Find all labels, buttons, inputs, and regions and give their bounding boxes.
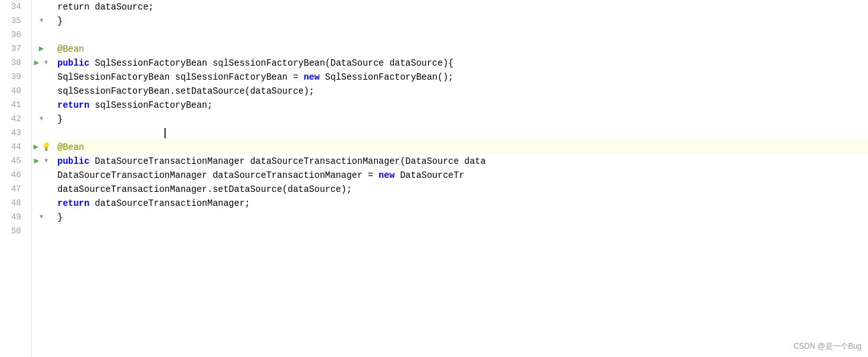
code-line: @Bean [57, 140, 868, 154]
plain-token: SqlSessionFactoryBean(); [320, 72, 454, 82]
plain-token: DataSourceTransactionManager dataSourceT… [89, 156, 486, 166]
gutter-row [32, 0, 51, 14]
debug-green-icon: ▶ [32, 156, 41, 166]
plain-token: dataSourceTransactionManager; [89, 198, 250, 208]
gutter-row [32, 70, 51, 84]
code-line: } [57, 210, 868, 224]
code-line: DataSourceTransactionManager dataSourceT… [57, 168, 868, 182]
keyword-token: return [57, 198, 89, 208]
line-number: 40 [0, 84, 26, 98]
plain-token: } [57, 16, 62, 26]
gutter-row [32, 224, 51, 238]
code-line: SqlSessionFactoryBean sqlSessionFactoryB… [57, 70, 868, 84]
gutter-row: ▶💡 [32, 140, 51, 154]
code-line: return dataSource; [57, 0, 868, 14]
line-number: 35 [0, 14, 26, 28]
code-line: } [57, 112, 868, 126]
annotation-token: @Bean [57, 142, 84, 152]
gutter-row: ▼ [32, 14, 51, 28]
gutter-row: ▶▼ [32, 56, 51, 70]
code-line [57, 126, 868, 140]
warning-bulb-icon[interactable]: 💡 [41, 142, 51, 152]
plain-token: return dataSource; [57, 2, 154, 12]
gutter-row: ▶ [32, 42, 51, 56]
line-number: 41 [0, 98, 26, 112]
code-content[interactable]: return dataSource; }@Beanpublic SqlSessi… [51, 0, 868, 357]
annotation-token: @Bean [57, 44, 84, 54]
code-line: public SqlSessionFactoryBean sqlSessionF… [57, 56, 868, 70]
code-line: return sqlSessionFactoryBean; [57, 98, 868, 112]
keyword-token: public [57, 156, 89, 166]
code-area: 3435363738394041424344454647484950 ▼▶▶▼▼… [0, 0, 868, 357]
keyword-token: new [379, 170, 394, 180]
line-number: 49 [0, 210, 26, 224]
line-number: 50 [0, 224, 26, 238]
code-line: @Bean [57, 42, 868, 56]
gutter-row [32, 196, 51, 210]
plain-token: SqlSessionFactoryBean sqlSessionFactoryB… [57, 72, 303, 82]
gutter-row: ▼ [32, 210, 51, 224]
fold-icon[interactable]: ▼ [41, 58, 51, 68]
gutter-row: ▶▼ [32, 154, 51, 168]
keyword-token: return [57, 100, 89, 110]
fold-icon[interactable]: ▼ [36, 212, 47, 222]
fold-icon[interactable]: ▼ [36, 114, 47, 124]
line-number: 43 [0, 126, 26, 140]
code-line: sqlSessionFactoryBean.setDataSource(data… [57, 84, 868, 98]
plain-token: DataSourceTr [394, 170, 464, 180]
plain-token: } [57, 212, 62, 222]
plain-token: sqlSessionFactoryBean; [89, 100, 212, 110]
debug-green-icon: ▶ [32, 58, 41, 68]
fold-icon[interactable]: ▼ [36, 16, 47, 26]
plain-token: DataSourceTransactionManager dataSourceT… [57, 170, 379, 180]
text-cursor [57, 128, 166, 138]
line-number: 39 [0, 70, 26, 84]
line-number: 42 [0, 112, 26, 126]
gutter-row [32, 84, 51, 98]
line-number: 48 [0, 196, 26, 210]
line-number: 36 [0, 28, 26, 42]
debug-green-icon: ▶ [32, 142, 40, 152]
line-number: 44 [0, 140, 26, 154]
gutter-row: ▼ [32, 112, 51, 126]
code-line [57, 28, 868, 42]
line-number: 46 [0, 168, 26, 182]
line-number: 37 [0, 42, 26, 56]
code-line: dataSourceTransactionManager.setDataSour… [57, 182, 868, 196]
watermark: CSDN @是一个Bug [793, 341, 862, 352]
gutter-row [32, 98, 51, 112]
line-numbers: 3435363738394041424344454647484950 [0, 0, 32, 357]
gutter: ▼▶▶▼▼▶💡▶▼▼ [32, 0, 51, 357]
plain-token: } [57, 114, 62, 124]
plain-token: SqlSessionFactoryBean sqlSessionFactoryB… [89, 58, 453, 68]
code-line: return dataSourceTransactionManager; [57, 196, 868, 210]
line-number: 38 [0, 56, 26, 70]
code-line: public DataSourceTransactionManager data… [57, 154, 868, 168]
plain-token: dataSourceTransactionManager.setDataSour… [57, 184, 352, 194]
gutter-row [32, 28, 51, 42]
gutter-row [32, 126, 51, 140]
line-number: 47 [0, 182, 26, 196]
line-number: 34 [0, 0, 26, 14]
code-editor: 3435363738394041424344454647484950 ▼▶▶▼▼… [0, 0, 868, 357]
fold-icon[interactable]: ▼ [41, 156, 51, 166]
plain-token: sqlSessionFactoryBean.setDataSource(data… [57, 86, 314, 96]
code-line [57, 224, 868, 238]
keyword-token: public [57, 58, 89, 68]
line-number: 45 [0, 154, 26, 168]
keyword-token: new [303, 72, 319, 82]
gutter-row [32, 182, 51, 196]
code-line: } [57, 14, 868, 28]
gutter-row [32, 168, 51, 182]
debug-green-icon: ▶ [36, 44, 47, 54]
